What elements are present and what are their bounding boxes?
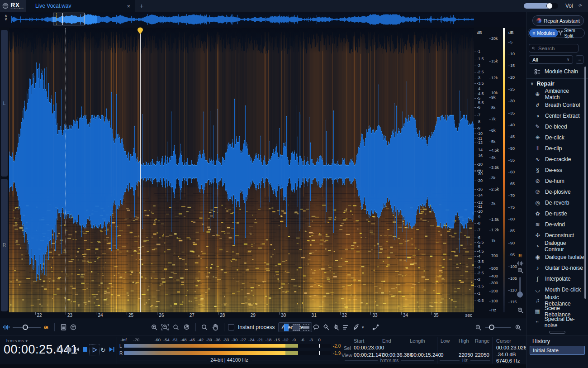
module-label: De-bleed <box>545 124 567 130</box>
horizontal-zoom-in-button[interactable] <box>515 324 522 331</box>
module-item[interactable]: ∫Interpolate <box>526 273 584 284</box>
loop-button[interactable]: ↻ <box>100 346 106 354</box>
module-list-scrollbar[interactable] <box>584 67 586 299</box>
module-list: ⊕Ambience Match∂Breath Control◑Center Ex… <box>526 89 584 328</box>
module-item[interactable]: ‖De-clip <box>526 143 584 154</box>
instant-process-checkbox[interactable] <box>228 324 234 330</box>
playhead-line[interactable] <box>140 33 141 312</box>
module-item[interactable]: ◔Dialogue Contour <box>526 241 584 252</box>
category-filter-dropdown[interactable]: All ∨ <box>529 55 573 64</box>
time-ruler[interactable]: sec 2223242526272829303132333435 <box>9 312 474 319</box>
spectrogram-mode-icon[interactable]: ≋ <box>43 324 49 331</box>
module-item[interactable]: ≈Spectral De-noise <box>526 317 584 328</box>
module-item[interactable]: ♫Music Rebalance <box>526 295 584 306</box>
zoom-in-button[interactable] <box>150 322 158 332</box>
repair-section-header[interactable]: ∨ Repair <box>526 78 588 89</box>
zoom-out-button[interactable] <box>161 322 169 332</box>
module-item[interactable]: ≋De-wind <box>526 219 584 230</box>
time-tick <box>340 312 341 315</box>
panel-resize-handle[interactable] <box>549 331 565 334</box>
go-to-start-button[interactable] <box>74 347 80 352</box>
module-search-box[interactable] <box>529 44 579 53</box>
module-item[interactable]: ♪Guitar De-noise <box>526 263 584 273</box>
spectrogram-canvas[interactable] <box>9 28 474 312</box>
module-item[interactable]: ∿De-crackle <box>526 154 584 165</box>
overview-view-box[interactable] <box>53 13 85 25</box>
module-item[interactable]: ℗De-plosive <box>526 186 584 197</box>
signal-chain-icon[interactable]: ≈ <box>577 1 583 9</box>
volume-slider-knob[interactable] <box>546 3 553 9</box>
play-selection-button[interactable] <box>109 347 115 352</box>
horizontal-zoom-out-button[interactable] <box>475 324 482 331</box>
amp-ruler-label: -10 <box>477 209 483 214</box>
module-item[interactable]: ◑Center Extract <box>526 110 584 121</box>
comment-icon[interactable] <box>70 324 77 331</box>
music-rebalance-icon: ♫ <box>534 297 541 304</box>
magnify-tool[interactable] <box>200 322 209 332</box>
freq-ruler-label: 8k <box>491 105 496 110</box>
vertical-zoom-slider-knob[interactable] <box>517 292 523 297</box>
time-frequency-selection-tool[interactable] <box>292 322 300 332</box>
blend-slider-knob[interactable] <box>23 325 28 330</box>
waveform-spectrogram-blend-slider[interactable] <box>13 327 41 328</box>
play-button[interactable] <box>89 344 100 355</box>
dialogue-contour-icon: ◔ <box>534 243 541 249</box>
tab-close-button[interactable]: × <box>127 3 130 10</box>
list-options-button[interactable]: ≡ <box>576 55 583 64</box>
module-item[interactable]: ✳De-click <box>526 132 584 143</box>
magic-wand-tool[interactable] <box>332 322 340 332</box>
volume-slider[interactable] <box>524 3 558 9</box>
horizontal-zoom-slider-knob[interactable] <box>489 325 494 330</box>
playhead-marker-icon[interactable] <box>137 27 143 35</box>
tool-options-chevron-icon[interactable]: ▾ <box>362 325 364 330</box>
hand-pan-tool[interactable] <box>211 322 219 332</box>
module-item[interactable]: ✎De-bleed <box>526 121 584 132</box>
module-item[interactable]: ✿De-rustle <box>526 208 584 219</box>
feather-fade-tool[interactable] <box>352 322 360 332</box>
horizontal-zoom-slider[interactable] <box>485 327 511 328</box>
module-item[interactable]: ◎De-reverb <box>526 197 584 208</box>
brand-subtext: STANDARD <box>10 7 24 10</box>
module-item[interactable]: ⊕Ambience Match <box>526 89 584 100</box>
brush-selection-tool[interactable] <box>322 322 330 332</box>
frequency-selection-tool[interactable] <box>302 322 310 332</box>
time-tick <box>157 312 157 315</box>
lasso-selection-tool[interactable] <box>312 322 320 332</box>
module-item[interactable]: ◡Mouth De-click <box>526 284 584 295</box>
spectrogram-view-icon[interactable]: ≋ <box>515 253 526 259</box>
search-input[interactable] <box>537 45 575 52</box>
history-item[interactable]: Initial State <box>530 346 585 355</box>
vertical-zoom-out-button[interactable] <box>515 307 526 315</box>
sel-unit-row: h:m:s.ms <box>345 358 434 363</box>
record-button[interactable] <box>66 347 71 352</box>
time-selection-tool[interactable] <box>282 322 290 332</box>
harmonics-selection-tool[interactable] <box>342 322 350 332</box>
time-tick-label: 34 <box>403 313 408 318</box>
module-label: Dialogue Isolate <box>545 254 584 260</box>
monitor-button[interactable] <box>56 345 64 353</box>
repair-assistant-button[interactable]: Repair Assistant <box>532 15 584 26</box>
stop-button[interactable] <box>83 347 87 352</box>
tab-stem-split[interactable]: Stem Split <box>558 28 584 38</box>
zoom-reset-button[interactable] <box>183 322 191 332</box>
tab-modules[interactable]: ≡ Modules <box>529 29 558 37</box>
vertical-zoom-in-button[interactable] <box>515 267 526 276</box>
module-item[interactable]: ⊘De-hum <box>526 176 584 186</box>
meter-scale-label: -30 <box>231 337 237 342</box>
channel-strip-right[interactable]: R <box>1 179 8 311</box>
new-tab-button[interactable]: + <box>137 1 147 10</box>
clipboard-icon[interactable] <box>60 324 67 331</box>
module-item[interactable]: ◉Dialogue Isolate <box>526 252 584 263</box>
channel-strip-left[interactable]: L <box>1 30 8 177</box>
overview-collapse-button[interactable]: ∧∨ <box>2 14 9 24</box>
module-item[interactable]: ✣Deconstruct <box>526 230 584 241</box>
module-item[interactable]: ∂Breath Control <box>526 100 584 110</box>
file-tab[interactable]: Live Vocal.wav × <box>26 0 135 12</box>
sample-connect-tool[interactable] <box>372 322 380 332</box>
waveform-mode-icon[interactable] <box>3 324 10 330</box>
rx-application-window: RX STANDARD Live Vocal.wav × + Vol ≈ ∧∨ … <box>0 0 588 368</box>
module-chain-item[interactable]: Module Chain <box>526 67 588 76</box>
module-item[interactable]: §De-ess <box>526 165 584 176</box>
zoom-selection-button[interactable] <box>172 322 180 332</box>
module-item[interactable]: ▦Scene Rebalance <box>526 306 584 317</box>
